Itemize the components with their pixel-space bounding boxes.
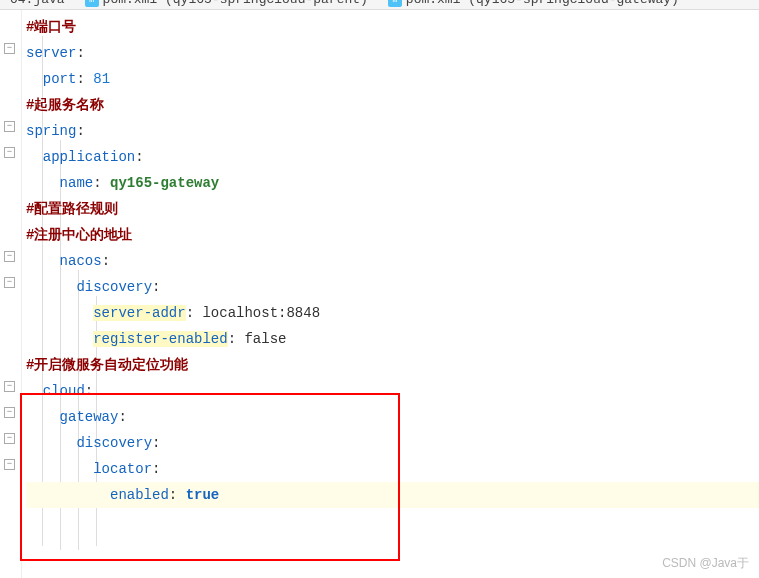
tab-file-1[interactable]: 04.java xyxy=(0,0,75,9)
code-editor[interactable]: − − − − − − − − − #端口号 server: port: 81 … xyxy=(0,10,759,578)
tab-file-3[interactable]: m pom.xml (qy165-springcloud-gateway) xyxy=(378,0,689,9)
tab-label: pom.xml (qy165-springcloud-gateway) xyxy=(406,0,679,7)
code-line: locator: xyxy=(26,456,759,482)
code-line: #配置路径规则 xyxy=(26,196,759,222)
code-line: cloud: xyxy=(26,378,759,404)
fold-icon[interactable]: − xyxy=(4,121,15,132)
watermark: CSDN @Java于 xyxy=(662,555,749,572)
code-line: application: xyxy=(26,144,759,170)
code-line: gateway: xyxy=(26,404,759,430)
fold-icon[interactable]: − xyxy=(4,147,15,158)
fold-icon[interactable]: − xyxy=(4,251,15,262)
code-line: #起服务名称 xyxy=(26,92,759,118)
code-line: port: 81 xyxy=(26,66,759,92)
tab-file-2[interactable]: m pom.xml (qy165-springcloud-parent) xyxy=(75,0,378,9)
fold-icon[interactable]: − xyxy=(4,407,15,418)
maven-icon: m xyxy=(388,0,402,7)
code-line: server-addr: localhost:8848 xyxy=(26,300,759,326)
fold-icon[interactable]: − xyxy=(4,459,15,470)
code-line: discovery: xyxy=(26,430,759,456)
code-line: nacos: xyxy=(26,248,759,274)
maven-icon: m xyxy=(85,0,99,7)
code-line: discovery: xyxy=(26,274,759,300)
fold-icon[interactable]: − xyxy=(4,277,15,288)
code-line: server: xyxy=(26,40,759,66)
editor-tabs: 04.java m pom.xml (qy165-springcloud-par… xyxy=(0,0,759,10)
code-line: #注册中心的地址 xyxy=(26,222,759,248)
code-line xyxy=(26,508,759,534)
code-line: name: qy165-gateway xyxy=(26,170,759,196)
code-line: #开启微服务自动定位功能 xyxy=(26,352,759,378)
gutter: − − − − − − − − − xyxy=(0,10,22,578)
fold-icon[interactable]: − xyxy=(4,381,15,392)
fold-icon[interactable]: − xyxy=(4,433,15,444)
fold-icon[interactable]: − xyxy=(4,43,15,54)
tab-label: 04.java xyxy=(10,0,65,7)
code-area[interactable]: #端口号 server: port: 81 #起服务名称 spring: app… xyxy=(22,10,759,578)
code-line: register-enabled: false xyxy=(26,326,759,352)
code-line: #端口号 xyxy=(26,14,759,40)
code-line: enabled: true xyxy=(26,482,759,508)
code-line: spring: xyxy=(26,118,759,144)
tab-label: pom.xml (qy165-springcloud-parent) xyxy=(103,0,368,7)
